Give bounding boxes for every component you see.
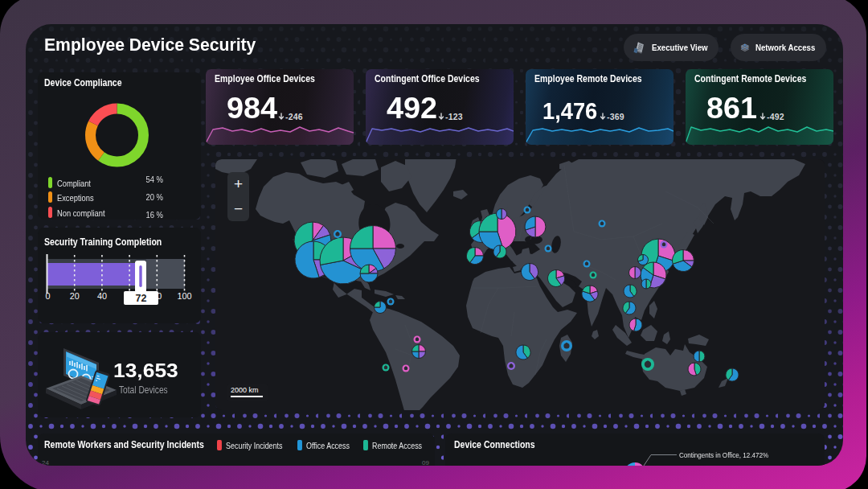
svg-text:40: 40 (97, 291, 107, 301)
svg-text:72: 72 (136, 293, 147, 304)
svg-text:0: 0 (45, 291, 50, 301)
svg-text:100: 100 (177, 291, 191, 301)
svg-text:20: 20 (70, 291, 80, 301)
